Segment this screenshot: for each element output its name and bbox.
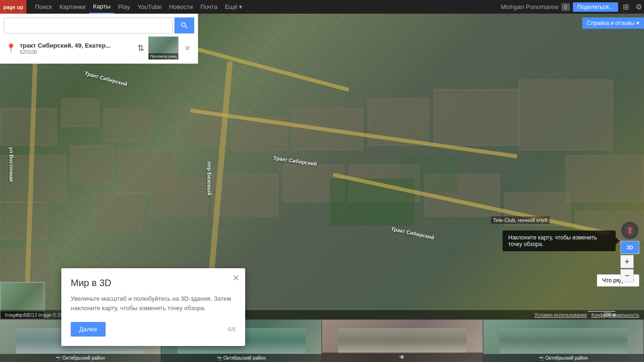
close-result-icon[interactable]: ✕: [182, 42, 192, 55]
scale-bar: 200 м: [587, 311, 616, 317]
nav-maps[interactable]: Карты: [89, 0, 114, 14]
page-up-button[interactable]: page up: [0, 0, 26, 14]
directions-icon[interactable]: ⇅: [137, 43, 144, 53]
camera-icon-1: 📷: [56, 356, 61, 361]
photo-item-4[interactable]: 📷 Октябрьский район: [483, 320, 644, 362]
tele-club-label: Tele-Club, ночной клуб: [491, 216, 550, 224]
photo-label-1: 📷 Октябрьский район: [0, 354, 161, 362]
nav-play[interactable]: Play: [114, 0, 133, 14]
help-button[interactable]: Справка и отзывы ▾: [582, 17, 644, 29]
building-block: [434, 89, 519, 146]
nav-search[interactable]: Поиск: [31, 0, 56, 14]
location-pin-icon: 📍: [6, 43, 16, 53]
photo-label-4: 📷 Октябрьский район: [483, 354, 644, 362]
building-block: [0, 108, 57, 146]
building-block: [94, 193, 141, 230]
top-navigation-bar: page up Поиск Картинки Карты Play YouTub…: [0, 0, 644, 14]
user-name: Mishgan Ponomarew: [501, 3, 558, 10]
search-row: [4, 17, 194, 33]
modal-counter: 6/6: [228, 326, 236, 333]
settings-icon[interactable]: ⚙: [634, 2, 644, 11]
zoom-in-button[interactable]: +: [620, 255, 634, 268]
map-canvas[interactable]: Тракт Сибирский Тракт Сибирский Тракт Си…: [0, 14, 644, 362]
building-block: [566, 155, 644, 202]
building-block: [0, 202, 47, 240]
building-block: [151, 179, 207, 216]
tilt-control[interactable]: 3D: [620, 241, 639, 254]
address-result: 📍 тракт Сибирский, 49, Екатер... 620100 …: [4, 33, 194, 60]
modal-close-button[interactable]: ✕: [232, 273, 239, 283]
camera-icon-2: 📷: [217, 356, 222, 361]
modal-footer: Далее 6/6: [71, 322, 236, 337]
notification-badge[interactable]: 0: [561, 3, 570, 11]
zoom-out-button[interactable]: −: [620, 269, 634, 282]
3d-modal: ✕ Мир в 3D Увеличьте масштаб и полюбуйте…: [61, 268, 245, 346]
street-view-icon: 👁: [399, 354, 405, 361]
scale-label: 200 м: [587, 312, 616, 317]
tilt-tooltip: Наклоните карту, чтобы изменить точку об…: [503, 230, 616, 251]
building-block: [519, 80, 613, 150]
nav-images[interactable]: Картинки: [56, 0, 89, 14]
terms-link[interactable]: Условия использования: [535, 313, 587, 318]
apps-icon[interactable]: ⊞: [621, 2, 631, 11]
nav-mail[interactable]: Почта: [197, 0, 221, 14]
address-sub: 620100: [20, 49, 133, 55]
photo-label-2: 📷 Октябрьский район: [161, 354, 322, 362]
building-block: [104, 108, 151, 141]
street-view-thumbnail[interactable]: Просмотр улиц: [148, 36, 179, 60]
building-block: [61, 99, 99, 127]
nav-news[interactable]: Новости: [165, 0, 197, 14]
street-view-label: Просмотр улиц: [149, 53, 178, 59]
photo-label-3: 👁: [322, 353, 483, 362]
address-main: тракт Сибирский, 49, Екатер...: [20, 42, 133, 49]
address-text: тракт Сибирский, 49, Екатер... 620100: [20, 42, 133, 55]
green-area: [401, 155, 457, 193]
compass-arrow: ⬆: [626, 225, 634, 236]
nav-more[interactable]: Ещё ▾: [221, 0, 246, 14]
camera-icon-4: 📷: [539, 356, 544, 361]
search-button[interactable]: [174, 17, 194, 33]
building-block: [71, 146, 113, 183]
compass[interactable]: ⬆: [620, 221, 639, 240]
photo-item-3[interactable]: 👁: [322, 320, 483, 362]
modal-body: Увеличьте масштаб и полюбуйтесь на 3D-зд…: [71, 294, 236, 313]
share-button[interactable]: Поделиться...: [573, 2, 618, 12]
nav-youtube[interactable]: YouTube: [134, 0, 165, 14]
modal-next-button[interactable]: Далее: [71, 322, 106, 337]
modal-title: Мир в 3D: [71, 278, 236, 288]
search-panel: 📍 тракт Сибирский, 49, Екатер... 620100 …: [0, 14, 198, 64]
nav-right-section: Mishgan Ponomarew 0 Поделиться... ⊞ ⚙: [501, 2, 644, 12]
map-controls: ⬆ 3D + −: [620, 221, 639, 282]
search-input[interactable]: [4, 17, 173, 33]
search-icon: [180, 21, 189, 30]
